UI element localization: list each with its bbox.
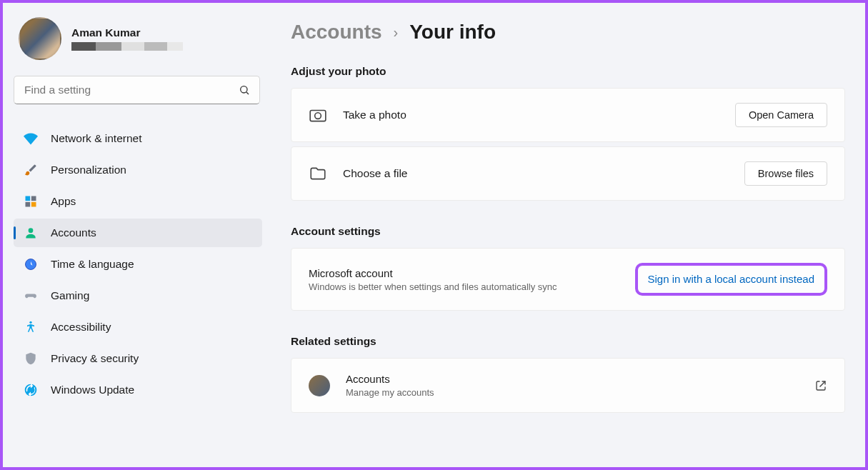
update-icon	[24, 383, 38, 397]
card-microsoft-account: Microsoft account Windows is better when…	[291, 248, 845, 311]
folder-icon	[309, 164, 327, 183]
svg-point-9	[29, 321, 31, 324]
nav-network[interactable]: Network & internet	[14, 124, 262, 153]
ms-account-title: Microsoft account	[309, 267, 635, 279]
svg-rect-4	[26, 202, 31, 207]
nav-accounts[interactable]: Accounts	[14, 219, 262, 247]
card-take-photo: Take a photo Open Camera	[291, 88, 845, 142]
chevron-right-icon: ›	[394, 24, 399, 41]
clock-globe-icon	[24, 257, 38, 271]
nav-label: Time & language	[51, 258, 134, 271]
nav-accessibility[interactable]: Accessibility	[14, 313, 262, 341]
section-title: Account settings	[291, 225, 845, 238]
apps-icon	[24, 194, 38, 209]
section-related-settings: Related settings Accounts Manage my acco…	[291, 335, 845, 413]
nav-label: Accounts	[51, 226, 96, 239]
external-link-icon	[814, 379, 827, 392]
section-account-settings: Account settings Microsoft account Windo…	[291, 225, 845, 311]
card-label: Choose a file	[343, 167, 729, 180]
breadcrumb-current: Your info	[409, 21, 496, 44]
nav-label: Windows Update	[51, 384, 134, 396]
section-title: Related settings	[291, 335, 845, 348]
search-input[interactable]	[14, 76, 260, 104]
gamepad-icon	[24, 289, 38, 303]
card-choose-file: Choose a file Browse files	[291, 146, 845, 201]
related-title: Accounts	[346, 373, 799, 385]
nav-personalization[interactable]: Personalization	[14, 156, 262, 184]
ms-account-desc: Windows is better when settings and file…	[309, 281, 635, 292]
nav-privacy[interactable]: Privacy & security	[14, 344, 262, 373]
nav-label: Gaming	[51, 289, 89, 302]
svg-point-6	[29, 228, 34, 233]
profile-name: Aman Kumar	[71, 26, 183, 39]
card-label: Take a photo	[343, 109, 719, 121]
accessibility-icon	[24, 320, 38, 334]
svg-line-1	[246, 92, 249, 94]
local-account-link[interactable]: Sign in with a local account instead	[648, 273, 814, 285]
search-icon	[239, 84, 250, 96]
nav-time[interactable]: Time & language	[14, 250, 262, 279]
nav-label: Personalization	[51, 164, 126, 176]
browse-files-button[interactable]: Browse files	[744, 161, 827, 186]
svg-rect-2	[26, 196, 31, 201]
nav-gaming[interactable]: Gaming	[14, 281, 262, 310]
svg-point-12	[315, 113, 321, 119]
section-adjust-photo: Adjust your photo Take a photo Open Came…	[291, 65, 845, 201]
profile-header[interactable]: Aman Kumar	[11, 17, 262, 60]
related-desc: Manage my accounts	[346, 387, 799, 398]
svg-rect-3	[31, 196, 36, 201]
search-container	[14, 76, 260, 104]
nav-label: Apps	[51, 195, 76, 208]
nav-apps[interactable]: Apps	[14, 187, 262, 216]
card-related-accounts[interactable]: Accounts Manage my accounts	[291, 358, 845, 413]
person-icon	[24, 226, 38, 240]
highlight-annotation: Sign in with a local account instead	[635, 263, 827, 296]
wifi-icon	[24, 131, 38, 146]
avatar	[19, 17, 61, 60]
section-title: Adjust your photo	[291, 65, 845, 78]
nav-label: Network & internet	[51, 132, 142, 145]
shield-icon	[24, 351, 38, 366]
breadcrumb: Accounts › Your info	[291, 21, 845, 44]
avatar-small	[309, 375, 330, 396]
nav-label: Accessibility	[51, 321, 111, 334]
open-camera-button[interactable]: Open Camera	[735, 103, 827, 127]
paintbrush-icon	[24, 163, 38, 177]
nav-label: Privacy & security	[51, 352, 139, 365]
svg-rect-11	[310, 111, 326, 121]
camera-icon	[309, 106, 327, 124]
breadcrumb-parent[interactable]: Accounts	[291, 21, 382, 44]
svg-point-0	[241, 86, 247, 93]
nav-update[interactable]: Windows Update	[14, 376, 262, 404]
svg-rect-5	[31, 202, 36, 207]
profile-email-redacted	[71, 42, 183, 51]
nav-list: Network & internet Personalization Apps …	[11, 124, 262, 404]
